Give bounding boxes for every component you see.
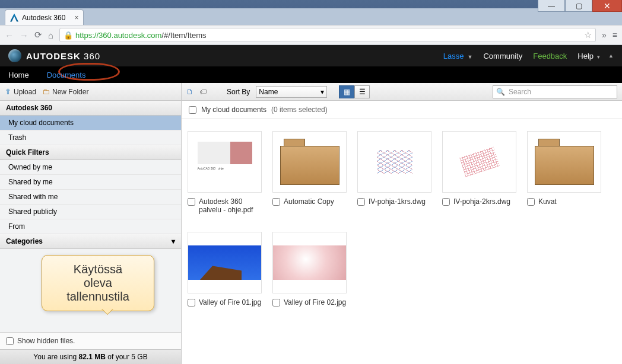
address-bar[interactable]: 🔒 https://360.autodesk.com/#/Item/Items … [59, 28, 596, 42]
sort-label: Sort By [227, 88, 250, 96]
url-path: /#/Item/Items [161, 31, 206, 40]
help-menu[interactable]: Help▾ [577, 52, 600, 60]
chevron-down-icon: ▾ [597, 54, 600, 60]
thumbnail[interactable] [188, 232, 262, 293]
reload-icon[interactable]: ⟳ [34, 30, 42, 40]
sidebar-item-trash[interactable]: Trash [0, 130, 181, 145]
new-doc-icon[interactable]: 🗋 [186, 88, 193, 96]
forward-icon[interactable]: → [20, 30, 28, 40]
item-checkbox[interactable] [442, 198, 450, 206]
thumbnail[interactable] [357, 131, 431, 193]
item-label: IV-pohja-2krs.dwg [453, 197, 510, 206]
browser-tabstrip: Autodesk 360 × [0, 8, 622, 25]
feedback-link[interactable]: Feedback [533, 52, 567, 60]
breadcrumb: My cloud documents [201, 106, 266, 114]
sidebar-filter-from[interactable]: From [0, 219, 181, 234]
thumbnail[interactable] [527, 131, 601, 193]
file-card[interactable]: IV-pohja-2krs.dwg [442, 131, 516, 214]
file-card[interactable]: AutoCAD 360 ohjeAutodesk 360 palvelu - o… [188, 131, 262, 214]
home-icon[interactable]: ⌂ [48, 30, 53, 40]
search-icon: 🔍 [496, 88, 505, 96]
item-checkbox[interactable] [527, 198, 535, 206]
user-menu[interactable]: Lasse▼ [443, 52, 473, 60]
chevron-down-icon: ▾ [172, 237, 175, 245]
sidebar-filter-shared-by[interactable]: Shared by me [0, 175, 181, 190]
browser-tab[interactable]: Autodesk 360 × [5, 9, 84, 25]
folder-plus-icon: 🗀 [42, 87, 50, 96]
select-all-checkbox[interactable] [189, 106, 196, 114]
item-label: Kuvat [538, 197, 557, 206]
new-folder-button[interactable]: 🗀New Folder [42, 87, 88, 96]
sidebar-filter-shared-with[interactable]: Shared with me [0, 190, 181, 205]
autodesk-logo-icon [8, 49, 21, 62]
autodesk-icon [10, 14, 18, 22]
sort-select[interactable]: Name▾ [256, 86, 327, 98]
file-card[interactable]: Valley of Fire 02.jpg [272, 232, 347, 306]
sidebar-item-my-cloud[interactable]: My cloud documents [0, 116, 181, 130]
item-label: Valley of Fire 02.jpg [284, 298, 346, 306]
back-icon[interactable]: ← [5, 30, 14, 40]
tab-home[interactable]: Home [8, 71, 29, 79]
browser-toolbar: ← → ⟳ ⌂ 🔒 https://360.autodesk.com/#/Ite… [0, 25, 622, 45]
file-card[interactable]: Valley of Fire 01.jpg [188, 232, 262, 306]
window-close-button[interactable]: ✕ [592, 0, 622, 12]
item-label: Autodesk 360 palvelu - ohje.pdf [199, 197, 262, 214]
extensions-icon[interactable]: » [602, 30, 607, 40]
url-scheme: https:// [75, 31, 99, 40]
tab-title: Autodesk 360 [22, 14, 65, 22]
view-list-button[interactable]: ☰ [354, 85, 370, 98]
sidebar-filter-owned[interactable]: Owned by me [0, 160, 181, 175]
thumbnail[interactable]: AutoCAD 360 ohje [188, 131, 262, 193]
sidebar-root[interactable]: Autodesk 360 [0, 101, 181, 116]
bookmark-icon[interactable]: ☆ [584, 30, 592, 40]
tab-documents[interactable]: Documents [47, 71, 86, 79]
sidebar-categories-header[interactable]: Categories▾ [0, 234, 181, 249]
chrome-menu-icon[interactable]: ≡ [613, 30, 617, 40]
thumbnail[interactable] [272, 131, 347, 193]
chevron-down-icon: ▼ [468, 54, 473, 60]
view-grid-button[interactable]: ▦ [339, 85, 354, 98]
brand-label: AUTODESK 360 [26, 51, 100, 61]
toolbar: ⇧Upload 🗀New Folder 🗋 🏷 Sort By Name▾ ▦ … [0, 83, 622, 101]
window-minimize-button[interactable]: — [538, 0, 565, 12]
item-checkbox[interactable] [188, 198, 195, 206]
annotation-callout: Käytössä oleva tallennustila [42, 255, 154, 311]
community-link[interactable]: Community [483, 52, 522, 60]
sidebar-filter-public[interactable]: Shared publicly [0, 205, 181, 219]
item-checkbox[interactable] [357, 198, 365, 206]
upload-icon: ⇧ [5, 87, 11, 96]
upload-button[interactable]: ⇧Upload [5, 87, 36, 96]
item-checkbox[interactable] [272, 198, 280, 206]
item-label: IV-pohja-1krs.dwg [369, 197, 426, 206]
selection-count: (0 items selected) [271, 106, 328, 114]
show-hidden-toggle[interactable]: Show hidden files. [0, 332, 181, 349]
item-label: Valley of Fire 01.jpg [199, 298, 261, 306]
show-hidden-checkbox[interactable] [6, 337, 14, 345]
file-card[interactable]: Automatic Copy [272, 131, 347, 214]
item-checkbox[interactable] [272, 299, 280, 306]
url-host: 360.autodesk.com [99, 31, 161, 40]
sidebar: Autodesk 360 My cloud documents Trash Qu… [0, 101, 182, 364]
lock-icon: 🔒 [64, 31, 73, 40]
close-icon[interactable]: × [74, 14, 78, 22]
tag-icon[interactable]: 🏷 [199, 88, 207, 96]
content-header: My cloud documents (0 items selected) [182, 101, 622, 119]
file-card[interactable]: Kuvat [527, 131, 601, 214]
window-maximize-button[interactable]: ▢ [565, 0, 592, 12]
item-checkbox[interactable] [188, 299, 195, 306]
file-card[interactable]: IV-pohja-1krs.dwg [357, 131, 431, 214]
app-tabs: Home Documents [0, 66, 622, 83]
item-label: Automatic Copy [284, 197, 334, 206]
thumbnail[interactable] [272, 232, 347, 293]
storage-quota: You are using 82.1 MB of your 5 GB [0, 349, 181, 364]
search-input[interactable]: 🔍 Search [493, 85, 617, 98]
sidebar-quick-filters-header[interactable]: Quick Filters [0, 145, 181, 160]
chevron-down-icon: ▾ [320, 88, 324, 96]
collapse-icon[interactable]: ▲ [608, 53, 614, 59]
main-content: My cloud documents (0 items selected) Au… [182, 101, 622, 364]
thumbnail[interactable] [442, 131, 516, 193]
